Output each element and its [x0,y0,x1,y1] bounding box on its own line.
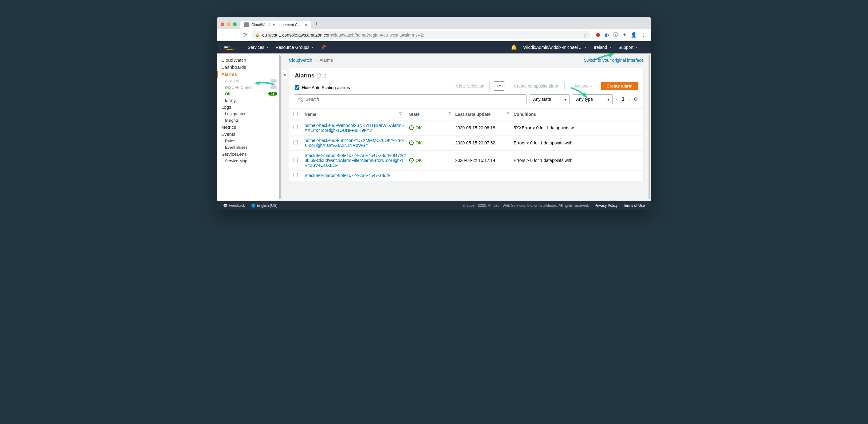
settings-gear-icon[interactable]: ⚙ [633,96,638,102]
search-input[interactable] [295,94,527,104]
search-field[interactable]: 🔍 [295,94,527,104]
sidebar-item-alarm[interactable]: ALARM0 [217,78,281,84]
row-checkbox[interactable] [293,158,298,162]
state-badge: ✓ OK [409,125,455,130]
extension-icon[interactable]: ◐ [604,32,609,38]
alarm-name-link[interactable]: StackSet-marbot-f89e1c72-97ab-4547-a3dd- [305,173,390,178]
prev-page-button[interactable]: ‹ [616,96,617,102]
switch-interface-link[interactable]: Switch to your original interface [584,58,644,63]
type-filter-select[interactable]: Any type [572,94,613,104]
header-update[interactable]: Last state update▽ [455,112,514,117]
sidebar-collapse-button[interactable]: ◀ [282,70,287,79]
row-checkbox[interactable] [293,125,298,129]
minimize-window-button[interactable] [227,23,230,26]
alarm-name-link[interactable]: home2-backend-Webhook-SNKYHTBD9WL-Alarm5… [305,123,404,133]
reload-button[interactable]: ⟳ [241,32,248,38]
last-update: 2020-04-22 15:17:14 [455,158,514,163]
sidebar-item-servicelens[interactable]: ServiceLens [217,151,281,158]
svg-text:aws: aws [224,44,230,48]
language-selector[interactable]: 🌐 English (US) [251,203,278,208]
sidebar-item-events[interactable]: Events [217,131,281,138]
sidebar-badge: 0 [270,86,277,89]
sidebar-item-cloudwatch[interactable]: CloudWatch [217,57,281,64]
alarms-table: Name▽ State▽ Last state update▽ Conditio… [289,109,644,181]
sidebar-item-billing[interactable]: Billing [217,97,281,103]
sidebar-item-insufficient[interactable]: INSUFFICIENT0 [217,84,281,91]
sidebar-item-event-buses[interactable]: Event Buses [217,144,281,151]
support-menu[interactable]: Support [618,45,638,50]
maximize-window-button[interactable] [233,23,237,26]
header-name[interactable]: Name▽ [305,112,409,117]
new-tab-button[interactable]: + [311,21,322,29]
sidebar-badge: 0 [270,79,277,83]
sidebar-item-dashboards[interactable]: Dashboards [217,64,281,71]
sidebar-item-logs[interactable]: Logs [217,103,281,110]
header-conditions: Conditions [514,112,639,117]
extension-icon[interactable]: ⬢ [596,32,600,38]
back-button[interactable]: ← [220,32,227,38]
account-menu[interactable]: WiddixAdmin/widdix-michael ... [523,45,586,50]
bookmark-star-icon[interactable]: ☆ [583,33,587,37]
state-filter-select[interactable]: Any state [530,94,569,104]
footer-copyright: © 2008 - 2020, Amazon Web Services, Inc.… [463,203,589,208]
conditions-text: 5XXError > 0 for 1 datapoints w [514,125,639,130]
conditions-text: Errors > 0 for 1 datapoints with [514,158,639,163]
table-row: StackSet-marbot-f89e1c72-97ab-4547-a3dd- [289,170,643,181]
sidebar-item-insights[interactable]: Insights [217,117,281,124]
lock-icon: 🔒 [255,33,260,37]
select-all-checkbox[interactable] [293,112,298,116]
alarm-name-link[interactable]: home2-backend-Function-1U7XMMMO76OKY-Err… [305,138,404,148]
sidebar-item-rules[interactable]: Rules [217,138,281,144]
browser-tabbar: CloudWatch Management Cons × + [217,17,651,29]
services-menu[interactable]: Services [248,45,268,50]
address-bar[interactable]: 🔒 eu-west-1.console.aws.amazon.com/cloud… [251,31,591,39]
breadcrumb-root[interactable]: CloudWatch [289,58,312,63]
page-number: 1 [622,96,625,102]
panel-title: Alarms (21) [295,72,327,79]
aws-logo[interactable]: aws [223,44,239,50]
hide-autoscaling-checkbox[interactable]: Hide Auto Scaling alarms [295,85,350,90]
browser-window: CloudWatch Management Cons × + ← → ⟳ 🔒 e… [217,17,651,210]
feedback-link[interactable]: 💬 Feedback [223,203,245,208]
sidebar-badge: 21 [268,92,277,96]
browser-tab[interactable]: CloudWatch Management Cons × [240,21,311,29]
clear-selection-button[interactable]: Clear selection [451,82,490,90]
state-badge: ✓ OK [409,140,455,145]
row-checkbox[interactable] [293,140,298,144]
aws-top-nav: aws Services Resource Groups 📌 🔔 WiddixA… [217,41,651,54]
resource-groups-menu[interactable]: Resource Groups [276,45,313,50]
alarms-panel: Alarms (21) Hide Auto Scaling alarms Cle… [289,68,644,109]
next-page-button[interactable]: › [629,96,630,102]
create-alarm-button[interactable]: Create alarm [601,82,638,90]
close-window-button[interactable] [221,23,224,26]
refresh-button[interactable]: ⟳ [494,81,504,91]
window-controls [221,23,237,29]
close-tab-button[interactable]: × [305,23,307,27]
table-header-row: Name▽ State▽ Last state update▽ Conditio… [289,109,643,121]
privacy-link[interactable]: Privacy Policy [595,203,618,208]
terms-link[interactable]: Terms of Use [623,203,645,208]
url-text: eu-west-1.console.aws.amazon.com/cloudwa… [262,33,424,37]
browser-menu-icon[interactable]: ⋮ [641,32,646,38]
row-checkbox[interactable] [293,173,298,177]
favicon [244,23,249,27]
header-state[interactable]: State▽ [409,112,455,117]
sidebar-item-metrics[interactable]: Metrics [217,124,281,131]
sidebar-item-service-map[interactable]: Service Map [217,158,281,164]
table-row: StackSet-marbot-f89e1c72-97ab-4547-a3dd-… [289,151,643,170]
forward-button[interactable]: → [230,32,238,38]
sidebar-item-alarms[interactable]: Alarms [217,71,281,78]
region-menu[interactable]: Ireland [594,45,611,50]
extensions-puzzle-icon[interactable]: ✦ [622,32,626,38]
create-composite-button[interactable]: Create composite alarm [509,82,565,90]
hide-autoscaling-input[interactable] [295,85,299,90]
alarm-name-link[interactable]: StackSet-marbot-f89e1c72-97ab-4547-a3dd-… [305,153,406,168]
info-icon[interactable]: ⓘ [613,32,618,38]
sidebar-item-log-groups[interactable]: Log groups [217,110,281,117]
notifications-bell-icon[interactable]: 🔔 [511,44,517,50]
last-update: 2020-05-15 20:07:52 [455,140,514,145]
profile-avatar-icon[interactable]: 👤 [631,32,637,38]
sidebar-item-ok[interactable]: OK21 [217,91,281,97]
actions-menu-button[interactable]: Actions [569,82,597,90]
pin-icon[interactable]: 📌 [320,45,326,50]
